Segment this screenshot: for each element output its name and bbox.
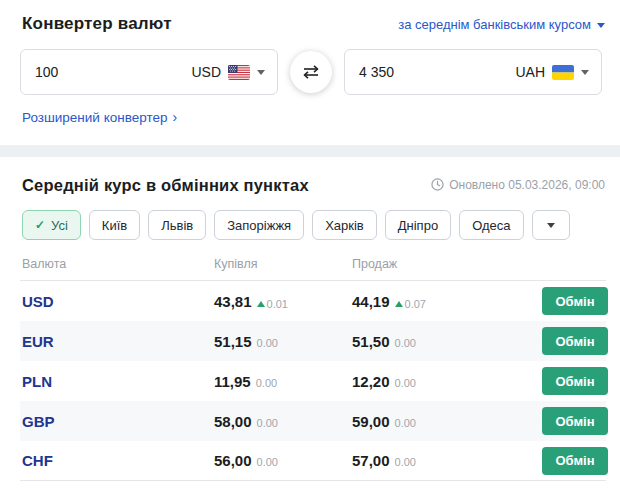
table-body: USD 43,81 0.01 44,19 0.07 Обмін EUR 51,1… bbox=[20, 281, 606, 481]
sell-delta: 0.07 bbox=[395, 298, 426, 310]
filter-chip-львів[interactable]: Львів bbox=[148, 210, 206, 240]
chevron-down-icon bbox=[597, 23, 605, 28]
currency-code-link[interactable]: EUR bbox=[22, 333, 214, 350]
sell-number: 12,20 bbox=[352, 373, 390, 390]
buy-value: 58,00 0.00 bbox=[214, 413, 352, 430]
sell-delta: 0.00 bbox=[395, 417, 416, 429]
table-header-row: Валюта Купівля Продаж bbox=[20, 257, 606, 281]
buy-value: 51,15 0.00 bbox=[214, 333, 352, 350]
rate-source-dropdown[interactable]: за середнім банківським курсом bbox=[398, 17, 605, 32]
exchange-button[interactable]: Обмін bbox=[542, 327, 608, 355]
col-header-sell: Продаж bbox=[352, 257, 542, 271]
buy-number: 51,15 bbox=[214, 333, 252, 350]
col-header-buy: Купівля bbox=[214, 257, 352, 271]
table-row: GBP 58,00 0.00 59,00 0.00 Обмін bbox=[20, 401, 606, 441]
to-amount-box: 4 350 UAH bbox=[344, 49, 602, 95]
currency-code-link[interactable]: PLN bbox=[22, 373, 214, 390]
sell-value: 44,19 0.07 bbox=[352, 293, 542, 310]
from-amount-input[interactable]: 100 bbox=[35, 64, 58, 80]
trend-up-icon bbox=[257, 301, 265, 307]
from-currency-code: USD bbox=[191, 64, 221, 80]
converter-header: Конвертер валют за середнім банківським … bbox=[0, 0, 620, 34]
sell-number: 44,19 bbox=[352, 293, 390, 310]
filter-chip-усі[interactable]: ✓Усі bbox=[22, 210, 81, 240]
updated-status: Оновлено 05.03.2026, 09:00 bbox=[431, 178, 605, 192]
converter-row: 100 USD bbox=[20, 49, 604, 95]
buy-number: 58,00 bbox=[214, 413, 252, 430]
to-amount-input[interactable]: 4 350 bbox=[359, 64, 394, 80]
rates-title: Середній курс в обмінних пунктах bbox=[22, 176, 309, 195]
buy-number: 11,95 bbox=[214, 373, 251, 390]
buy-value: 56,00 0.00 bbox=[214, 452, 352, 469]
currency-widget: Конвертер валют за середнім банківським … bbox=[0, 0, 620, 500]
from-currency-dropdown[interactable]: USD bbox=[191, 64, 265, 80]
chevron-down-icon bbox=[581, 70, 589, 75]
currency-code-link[interactable]: USD bbox=[22, 293, 214, 310]
advanced-converter-link[interactable]: Розширений конвертер › bbox=[22, 110, 177, 125]
filter-chip-label: Львів bbox=[161, 218, 193, 233]
to-currency-code: UAH bbox=[515, 64, 545, 80]
city-filter-chips: ✓УсіКиївЛьвівЗапоріжжяХарківДніпроОдеса bbox=[22, 210, 600, 240]
currency-code-link[interactable]: GBP bbox=[22, 413, 214, 430]
buy-delta: 0.01 bbox=[257, 298, 288, 310]
sell-number: 59,00 bbox=[352, 413, 390, 430]
swap-currencies-button[interactable] bbox=[290, 51, 332, 93]
sell-value: 59,00 0.00 bbox=[352, 413, 542, 430]
filter-chip-одеса[interactable]: Одеса bbox=[459, 210, 523, 240]
sell-value: 57,00 0.00 bbox=[352, 452, 542, 469]
filter-chip-label: Харків bbox=[325, 218, 364, 233]
buy-delta: 0.00 bbox=[257, 456, 278, 468]
filter-chip-дніпро[interactable]: Дніпро bbox=[385, 210, 451, 240]
advanced-converter-label: Розширений конвертер bbox=[22, 110, 167, 125]
filter-chip-label: Київ bbox=[102, 218, 127, 233]
filter-chip-запоріжжя[interactable]: Запоріжжя bbox=[214, 210, 304, 240]
exchange-button[interactable]: Обмін bbox=[542, 367, 608, 395]
table-row: USD 43,81 0.01 44,19 0.07 Обмін bbox=[20, 281, 606, 321]
col-header-currency: Валюта bbox=[22, 257, 214, 271]
buy-delta: 0.00 bbox=[257, 337, 278, 349]
table-row: EUR 51,15 0.00 51,50 0.00 Обмін bbox=[20, 321, 606, 361]
ua-flag-icon bbox=[552, 65, 574, 80]
updated-text: Оновлено 05.03.2026, 09:00 bbox=[449, 178, 605, 192]
filter-chip-харків[interactable]: Харків bbox=[312, 210, 377, 240]
buy-number: 56,00 bbox=[214, 452, 252, 469]
to-currency-dropdown[interactable]: UAH bbox=[515, 64, 589, 80]
sell-number: 51,50 bbox=[352, 333, 390, 350]
rate-source-label: за середнім банківським курсом bbox=[398, 17, 591, 32]
exchange-button[interactable]: Обмін bbox=[542, 447, 608, 475]
converter-title: Конвертер валют bbox=[22, 14, 172, 34]
buy-value: 11,95 0.00 bbox=[214, 373, 352, 390]
sell-delta: 0.00 bbox=[395, 337, 416, 349]
sell-delta: 0.00 bbox=[395, 377, 416, 389]
us-flag-icon bbox=[228, 65, 250, 80]
buy-value: 43,81 0.01 bbox=[214, 293, 352, 310]
check-icon: ✓ bbox=[35, 218, 45, 232]
trend-up-icon bbox=[395, 301, 403, 307]
sell-delta: 0.00 bbox=[395, 456, 416, 468]
chevron-right-icon: › bbox=[172, 110, 177, 124]
clock-icon bbox=[431, 178, 444, 191]
table-row: CHF 56,00 0.00 57,00 0.00 Обмін bbox=[20, 441, 606, 481]
rates-table: Валюта Купівля Продаж USD 43,81 0.01 44,… bbox=[20, 257, 606, 481]
filter-chip-label: Дніпро bbox=[398, 218, 438, 233]
filter-chip-київ[interactable]: Київ bbox=[89, 210, 140, 240]
exchange-button[interactable]: Обмін bbox=[542, 287, 608, 315]
sell-number: 57,00 bbox=[352, 452, 390, 469]
sell-value: 51,50 0.00 bbox=[352, 333, 542, 350]
exchange-button[interactable]: Обмін bbox=[542, 407, 608, 435]
filter-chip-label: Одеса bbox=[472, 218, 510, 233]
currency-code-link[interactable]: CHF bbox=[22, 452, 214, 469]
chevron-down-icon bbox=[547, 223, 555, 228]
rates-header: Середній курс в обмінних пунктах Оновлен… bbox=[0, 157, 620, 195]
table-row: PLN 11,95 0.00 12,20 0.00 Обмін bbox=[20, 361, 606, 401]
chevron-down-icon bbox=[257, 70, 265, 75]
sell-value: 12,20 0.00 bbox=[352, 373, 542, 390]
buy-number: 43,81 bbox=[214, 293, 252, 310]
filter-chip-label: Запоріжжя bbox=[227, 218, 291, 233]
more-cities-dropdown[interactable] bbox=[532, 210, 570, 240]
swap-arrows-icon bbox=[301, 63, 321, 81]
from-amount-box: 100 USD bbox=[20, 49, 278, 95]
buy-delta: 0.00 bbox=[256, 377, 277, 389]
filter-chip-label: Усі bbox=[51, 218, 68, 233]
section-divider bbox=[0, 145, 620, 157]
